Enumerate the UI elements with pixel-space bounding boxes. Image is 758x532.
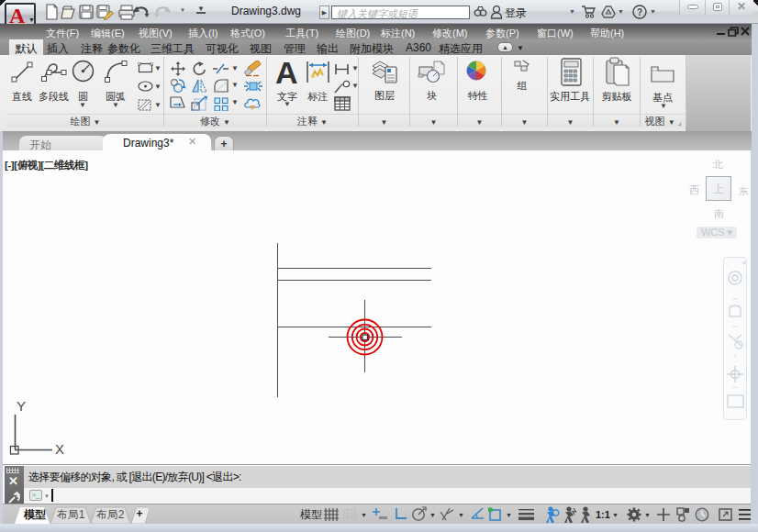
- svg-text:Y: Y: [17, 398, 26, 414]
- svg-text:▼: ▼: [506, 512, 512, 518]
- svg-text:1:1: 1:1: [596, 509, 610, 520]
- svg-text:▼: ▼: [644, 512, 651, 518]
- svg-text:▼: ▼: [458, 512, 464, 518]
- svg-text:X: X: [55, 441, 64, 457]
- svg-text:?: ?: [637, 7, 642, 17]
- svg-text:▼: ▼: [429, 512, 436, 518]
- svg-text:▼: ▼: [361, 512, 367, 518]
- svg-text:▼: ▼: [612, 512, 619, 518]
